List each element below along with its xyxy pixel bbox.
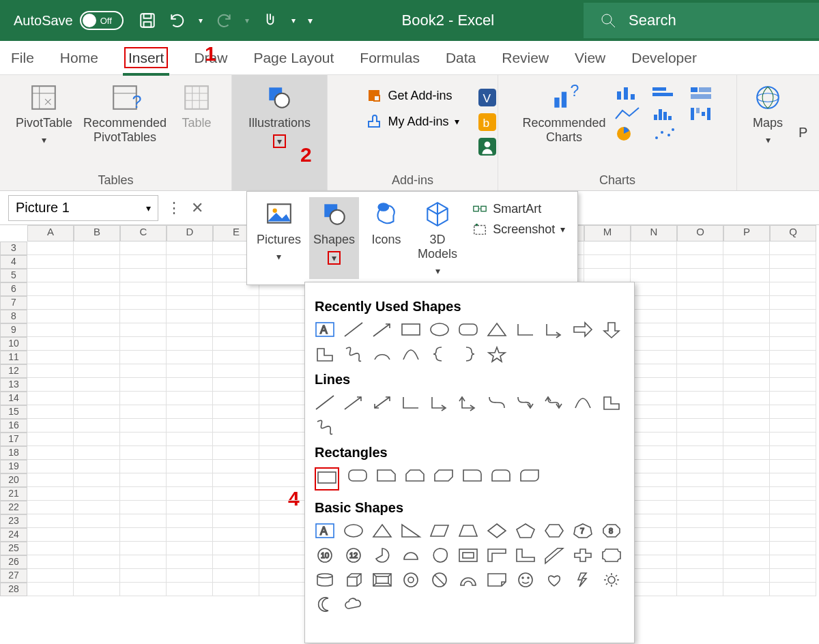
cloud-shape[interactable] [343,596,364,613]
rectangle-shape-2[interactable] [317,469,337,486]
row-header[interactable]: 27 [0,569,27,583]
row-header[interactable]: 25 [0,542,27,555]
row-header[interactable]: 19 [0,460,27,473]
cell[interactable] [120,296,167,310]
cell[interactable] [27,433,74,446]
heptagon-shape[interactable]: 7 [573,523,593,539]
cell[interactable] [213,514,259,528]
elbow-connector-shape[interactable] [515,321,536,338]
double-arrow-line-shape[interactable] [372,394,392,411]
cell[interactable] [120,269,167,282]
cell[interactable] [677,487,723,501]
row-header[interactable]: 14 [0,392,27,405]
teardrop-shape[interactable] [429,547,450,564]
cell[interactable] [27,514,74,528]
cell[interactable] [120,419,167,433]
cell[interactable] [120,392,167,405]
cell[interactable] [74,392,120,405]
cell[interactable] [259,555,306,569]
row-header[interactable]: 11 [0,351,27,364]
curve-connector-shape[interactable] [487,394,507,411]
cell[interactable] [120,323,167,337]
row-header[interactable]: 10 [0,337,27,351]
cell[interactable] [27,378,74,392]
cross-shape[interactable] [573,547,593,564]
cell[interactable] [74,528,120,542]
snip-diag-rect-shape[interactable] [433,467,454,484]
visio-addin-icon[interactable]: V [478,89,496,106]
row-header[interactable]: 26 [0,555,27,569]
tab-view[interactable]: View [573,44,607,72]
textbox-shape[interactable]: A [315,321,335,338]
cell[interactable] [120,446,167,460]
row-header[interactable]: 4 [0,255,27,269]
cell[interactable] [259,514,306,528]
cell[interactable] [677,473,723,487]
cell[interactable] [723,514,770,528]
cell[interactable] [723,392,770,405]
cell[interactable] [167,473,213,487]
illustrations-dropdown-icon[interactable]: ▾ [273,134,286,148]
cell[interactable] [259,446,306,460]
cell[interactable] [631,555,677,569]
cell[interactable] [770,323,816,337]
cell[interactable] [74,487,120,501]
cell[interactable] [213,378,259,392]
cell[interactable] [677,528,723,542]
sun-shape[interactable] [601,572,622,588]
cell[interactable] [120,487,167,501]
textbox-shape-2[interactable]: A [315,523,335,539]
cell[interactable] [27,323,74,337]
cell[interactable] [631,487,677,501]
table-button[interactable]: Table [173,80,220,133]
round-single-rect-shape[interactable] [462,467,483,484]
cell[interactable] [167,555,213,569]
arc-shape-2[interactable] [573,394,593,411]
cell[interactable] [631,323,677,337]
cell[interactable] [677,501,723,514]
cell[interactable] [167,528,213,542]
donut-shape[interactable] [401,572,421,588]
cell[interactable] [213,528,259,542]
row-header[interactable]: 15 [0,405,27,419]
cell[interactable] [213,364,259,378]
cell[interactable] [770,392,816,405]
tab-formulas[interactable]: Formulas [358,44,421,72]
cell[interactable] [770,378,816,392]
cell[interactable] [723,364,770,378]
curve-arrow-shape[interactable] [515,394,536,411]
cell[interactable] [213,460,259,473]
cell[interactable] [677,269,723,282]
cell[interactable] [74,351,120,364]
cell[interactable] [27,569,74,583]
cell[interactable] [259,542,306,555]
cell[interactable] [74,282,120,296]
cell[interactable] [677,255,723,269]
elbow-arrow-shape-2[interactable] [429,394,450,411]
histogram-icon[interactable] [650,105,680,121]
cell[interactable] [770,555,816,569]
round-diag-rect-shape[interactable] [519,467,540,484]
cell[interactable] [27,555,74,569]
cell[interactable] [213,351,259,364]
cell[interactable] [770,528,816,542]
column-header[interactable]: M [584,225,631,241]
cell[interactable] [120,351,167,364]
cell[interactable] [723,378,770,392]
waterfall-icon[interactable] [687,105,717,121]
cell[interactable] [213,555,259,569]
row-header[interactable]: 22 [0,501,27,514]
cell[interactable] [213,419,259,433]
cell[interactable] [677,323,723,337]
trapezoid-shape[interactable] [458,523,478,539]
half-frame-shape[interactable] [487,547,507,564]
cell[interactable] [259,433,306,446]
frame-shape[interactable] [458,547,478,564]
cell[interactable] [27,528,74,542]
cell[interactable] [770,310,816,323]
column-header[interactable]: N [631,225,677,241]
cell[interactable] [631,460,677,473]
undo-more-icon[interactable]: ▾ [199,16,203,25]
icons-button[interactable]: Icons [363,197,410,279]
cell[interactable] [584,241,631,255]
